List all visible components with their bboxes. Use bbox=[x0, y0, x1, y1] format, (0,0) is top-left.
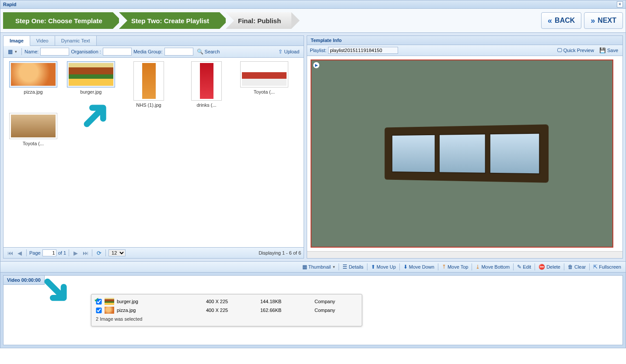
prev-page-button[interactable]: ◀ bbox=[16, 249, 24, 257]
thumb-image bbox=[69, 63, 113, 86]
wizard-step-1[interactable]: Step One: Choose Template bbox=[3, 12, 113, 29]
playlist-toolbar: ▦Thumbnail▾ ☰Details ⬆Move Up ⬇Move Down… bbox=[0, 261, 626, 273]
wizard-step-1-label: Step One: Choose Template bbox=[15, 17, 102, 24]
name-label: Name: bbox=[24, 49, 38, 54]
refresh-button[interactable]: ⟳ bbox=[95, 249, 103, 257]
paging-bar: ⏮ ◀ Page of 1 ▶ ⏭ ⟳ 12 Displaying 1 - 6 … bbox=[3, 247, 304, 258]
last-page-button[interactable]: ⏭ bbox=[81, 249, 89, 257]
first-page-button[interactable]: ⏮ bbox=[6, 249, 14, 257]
film-strip-graphic bbox=[385, 124, 549, 183]
wizard-step-3-label: Final: Publish bbox=[238, 17, 281, 24]
view-mode-button[interactable]: ▦▾ bbox=[6, 48, 19, 55]
media-panel: Image Video Dynamic Text ▦▾ Name: Organi… bbox=[3, 35, 304, 259]
next-arrow-icon: » bbox=[591, 16, 595, 25]
thumb-grid[interactable]: pizza.jpgburger.jpgNHS (1).jpgdrinks (..… bbox=[3, 58, 304, 247]
move-bottom-button[interactable]: ⤓Move Bottom bbox=[474, 263, 511, 270]
playlist-name-input[interactable] bbox=[328, 47, 398, 54]
play-icon[interactable]: ▶ bbox=[313, 62, 319, 68]
drag-row: pizza.jpg400 X 225162.66KBCompany bbox=[95, 306, 358, 315]
wizard-step-2[interactable]: Step Two: Create Playlist bbox=[119, 12, 220, 29]
playlist-header: Video 00:00:00 bbox=[3, 276, 45, 285]
per-page-select[interactable]: 12 bbox=[108, 249, 126, 256]
clear-button[interactable]: 🗑Clear bbox=[566, 263, 588, 270]
thumb-box bbox=[240, 61, 288, 88]
next-page-button[interactable]: ▶ bbox=[72, 249, 80, 257]
row-thumb bbox=[105, 307, 114, 314]
thumbnail-view-button[interactable]: ▦Thumbnail▾ bbox=[301, 263, 337, 270]
move-up-button[interactable]: ⬆Move Up bbox=[369, 263, 398, 270]
window-title: Rapid bbox=[3, 2, 17, 7]
search-button[interactable]: 🔍Search bbox=[195, 48, 222, 55]
trash-icon: 🗑 bbox=[568, 264, 573, 270]
arrow-down-icon: ⬇ bbox=[403, 264, 408, 270]
delete-icon: ⛔ bbox=[539, 264, 545, 270]
next-button[interactable]: » NEXT bbox=[584, 12, 623, 29]
row-checkbox[interactable] bbox=[95, 308, 103, 313]
titlebar: Rapid × bbox=[0, 0, 626, 9]
tab-video[interactable]: Video bbox=[30, 36, 55, 46]
thumb-item[interactable]: Toyota (... bbox=[238, 61, 290, 108]
thumb-box bbox=[133, 61, 164, 101]
media-group-label: Media Group: bbox=[133, 49, 163, 54]
row-thumb bbox=[105, 298, 114, 305]
move-top-button[interactable]: ⤒Move Top bbox=[440, 263, 470, 270]
thumb-image bbox=[142, 63, 156, 99]
thumb-image bbox=[11, 115, 56, 137]
fullscreen-button[interactable]: ⇱Fullscreen bbox=[591, 263, 623, 270]
double-arrow-down-icon: ⤓ bbox=[476, 264, 480, 270]
delete-button[interactable]: ⛔Delete bbox=[537, 263, 562, 270]
thumb-item[interactable]: Toyota (... bbox=[7, 113, 59, 146]
preview-area: ▶ bbox=[307, 56, 623, 258]
drag-tooltip: ✔ burger.jpg400 X 225144.18KBCompanypizz… bbox=[91, 294, 362, 326]
tab-image[interactable]: Image bbox=[3, 36, 30, 46]
template-info-title: Template Info bbox=[307, 36, 623, 45]
upload-icon: ⇪ bbox=[278, 49, 283, 55]
preview-canvas[interactable]: ▶ bbox=[311, 60, 613, 248]
thumb-item[interactable]: pizza.jpg bbox=[7, 61, 59, 108]
row-name: pizza.jpg bbox=[117, 308, 204, 313]
thumb-label: pizza.jpg bbox=[7, 89, 59, 94]
page-input[interactable] bbox=[42, 249, 56, 256]
save-button[interactable]: 💾Save bbox=[598, 47, 620, 54]
quick-preview-button[interactable]: 🖵Quick Preview bbox=[555, 47, 596, 54]
org-input[interactable] bbox=[103, 48, 132, 56]
wizard-step-3[interactable]: Final: Publish bbox=[226, 12, 291, 29]
media-group-input[interactable] bbox=[164, 48, 193, 56]
thumb-image bbox=[11, 63, 56, 86]
grid-icon: ▦ bbox=[8, 49, 13, 55]
thumb-item[interactable]: NHS (1).jpg bbox=[122, 61, 175, 108]
row-scope: Company bbox=[315, 299, 358, 304]
thumb-image bbox=[242, 63, 287, 86]
media-tabs: Image Video Dynamic Text bbox=[3, 36, 304, 46]
thumb-image bbox=[200, 63, 213, 99]
window-close-button[interactable]: × bbox=[617, 1, 623, 7]
chevron-down-icon: ▾ bbox=[333, 265, 335, 269]
preview-hscrollbar[interactable] bbox=[307, 251, 623, 258]
thumb-box bbox=[9, 113, 57, 139]
back-button[interactable]: « BACK bbox=[541, 12, 581, 29]
move-down-button[interactable]: ⬇Move Down bbox=[402, 263, 436, 270]
thumb-box bbox=[67, 61, 115, 88]
thumb-label: Toyota (... bbox=[7, 141, 59, 146]
row-name: burger.jpg bbox=[117, 299, 204, 304]
film-frame bbox=[490, 133, 540, 175]
edit-button[interactable]: ✎Edit bbox=[515, 263, 533, 270]
playlist-panel[interactable]: Video 00:00:00 ✔ burger.jpg400 X 225144.… bbox=[3, 275, 623, 345]
name-input[interactable] bbox=[40, 48, 69, 56]
drag-status-text: 2 Image was selected bbox=[95, 315, 358, 323]
details-view-button[interactable]: ☰Details bbox=[341, 263, 365, 270]
pencil-icon: ✎ bbox=[517, 264, 521, 270]
thumb-item[interactable]: drinks (... bbox=[180, 61, 233, 108]
drag-row: burger.jpg400 X 225144.18KBCompany bbox=[95, 297, 358, 306]
monitor-icon: 🖵 bbox=[557, 47, 562, 53]
playlist-label: Playlist: bbox=[310, 48, 326, 53]
template-info-panel: Template Info Playlist: 🖵Quick Preview 💾… bbox=[307, 35, 623, 259]
chevron-down-icon: ▾ bbox=[15, 49, 17, 54]
ok-icon: ✔ bbox=[94, 296, 99, 303]
thumb-item[interactable]: burger.jpg bbox=[65, 61, 117, 108]
double-arrow-up-icon: ⤒ bbox=[442, 264, 446, 270]
row-bytes: 144.18KB bbox=[260, 299, 313, 304]
tab-dynamic-text[interactable]: Dynamic Text bbox=[55, 36, 97, 46]
upload-button[interactable]: ⇪Upload bbox=[276, 48, 301, 55]
list-icon: ☰ bbox=[343, 264, 347, 270]
